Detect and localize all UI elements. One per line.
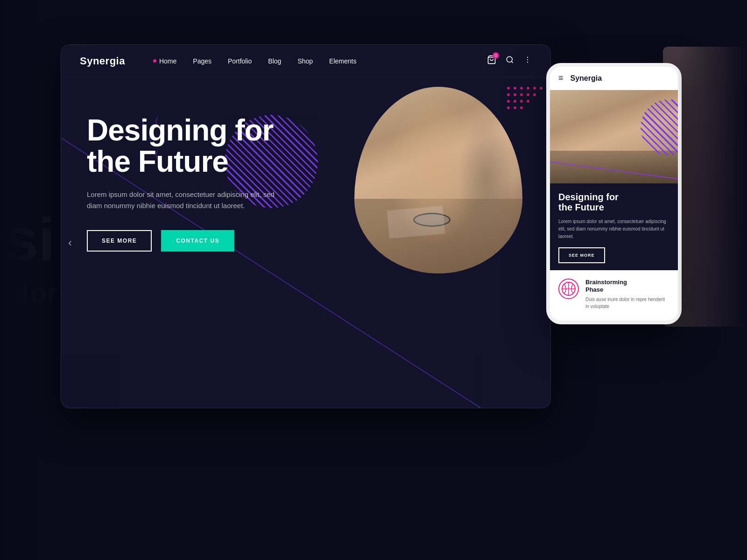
page-edge-left <box>0 0 47 560</box>
hero-section: 〈 〈 〈 〈 〈 ‹ Designing for the Future Lor… <box>61 77 550 408</box>
mobile-hero-title: Designing for the Future <box>558 192 669 212</box>
mobile-navbar: ≡ Synergia <box>550 67 678 90</box>
page-edge-right <box>677 0 747 560</box>
nav-active-dot <box>153 59 156 63</box>
nav-portfolio[interactable]: Portfolio <box>228 57 252 65</box>
svg-point-2 <box>527 57 528 58</box>
mobile-hero-content: Designing for the Future Lorem ipsum dol… <box>550 183 678 270</box>
see-more-button[interactable]: SEE MORE <box>87 230 152 252</box>
mobile-card-title: Brainstorming Phase <box>585 279 669 293</box>
nav-home[interactable]: Home <box>153 57 176 65</box>
mobile-card-text: Brainstorming Phase Duis ause inure dolo… <box>585 279 669 310</box>
mobile-purple-stripes <box>641 99 678 155</box>
cart-button[interactable]: 0 <box>487 55 496 67</box>
hero-description: Lorem ipsum dolor sit amet, consectetuer… <box>87 189 283 211</box>
scene-wrapper: Synergia Home Pages Portfolio Blog Shop <box>37 35 710 525</box>
navbar: Synergia Home Pages Portfolio Blog Shop <box>61 45 550 77</box>
mobile-card-icon-container <box>558 279 579 299</box>
slider-prev-arrow[interactable]: ‹ <box>68 236 72 249</box>
desktop-mockup: Synergia Home Pages Portfolio Blog Shop <box>61 44 551 408</box>
hero-title: Designing for the Future <box>87 115 283 177</box>
mobile-mockup: ≡ Synergia Designing for the Future <box>546 63 682 324</box>
basketball-icon <box>561 281 576 296</box>
desktop-logo: Synergia <box>80 55 125 67</box>
contact-us-button[interactable]: CONTACT US <box>161 230 234 252</box>
mobile-hero-description: Lorem ipsum dolor sit amet, consectetuer… <box>558 218 669 240</box>
nav-pages[interactable]: Pages <box>193 57 211 65</box>
svg-point-1 <box>507 56 512 62</box>
search-button[interactable] <box>506 56 514 66</box>
mobile-hero-section <box>550 90 678 183</box>
mobile-card-description: Duis ause inure dolor in repre henderit … <box>585 296 669 310</box>
more-button[interactable] <box>523 56 532 66</box>
hero-content: Designing for the Future Lorem ipsum dol… <box>87 115 283 252</box>
hero-image-area <box>354 87 532 292</box>
hero-image-circle <box>354 87 522 273</box>
mobile-logo: Synergia <box>571 74 602 83</box>
search-icon <box>506 56 514 64</box>
mobile-purple-accent <box>641 99 678 155</box>
mobile-hamburger-icon[interactable]: ≡ <box>558 73 564 83</box>
nav-blog[interactable]: Blog <box>268 57 281 65</box>
nav-elements[interactable]: Elements <box>329 57 356 65</box>
svg-line-6 <box>550 160 678 181</box>
mobile-diagonal-line <box>550 155 678 183</box>
svg-point-4 <box>527 62 528 63</box>
nav-icons: 0 <box>487 55 532 67</box>
svg-point-3 <box>527 59 528 60</box>
hero-buttons: SEE MORE CONTACT US <box>87 230 283 252</box>
cart-badge: 0 <box>493 52 499 59</box>
nav-links: Home Pages Portfolio Blog Shop Elements <box>153 57 487 65</box>
more-icon <box>523 56 532 64</box>
mobile-see-more-button[interactable]: SEE MORE <box>558 247 605 263</box>
mobile-card: Brainstorming Phase Duis ause inure dolo… <box>550 270 678 318</box>
nav-shop[interactable]: Shop <box>297 57 313 65</box>
